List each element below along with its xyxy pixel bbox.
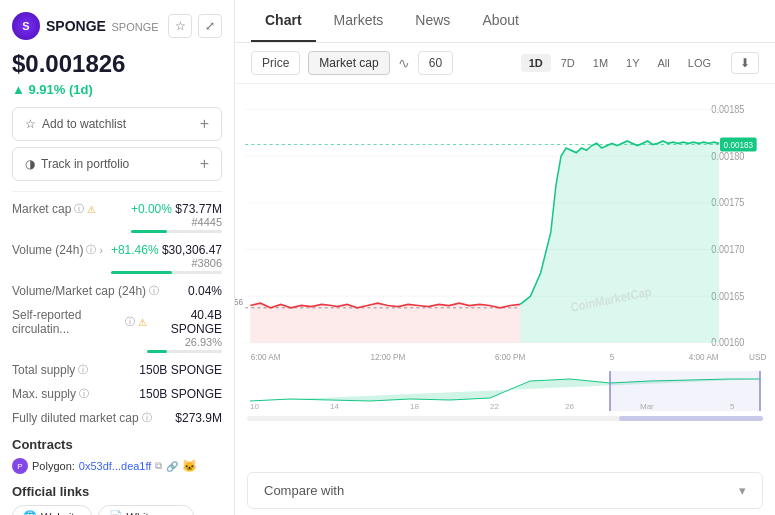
coin-symbol: SPONGE [112,21,159,33]
svg-text:0.001656: 0.001656 [235,297,243,308]
volume-info-icon[interactable]: ⓘ [86,243,96,257]
share-icon[interactable]: ⤢ [198,14,222,38]
vol-mkt-info-icon[interactable]: ⓘ [149,284,159,298]
contract-address[interactable]: 0x53df...dea1ff [79,460,152,472]
main-chart-svg: 0.00185 0.00180 0.00175 0.00170 0.00165 … [235,92,775,372]
time-all[interactable]: All [650,54,678,72]
price-change: ▲ 9.91% (1d) [12,82,222,97]
time-7d[interactable]: 7D [553,54,583,72]
chart-area: 0.00185 0.00180 0.00175 0.00170 0.00165 … [235,84,775,466]
tab-about[interactable]: About [468,0,533,42]
svg-text:22: 22 [490,402,499,411]
circ-info-icon[interactable]: ⓘ [125,315,135,329]
svg-text:0.00183: 0.00183 [724,139,754,150]
star-icon[interactable]: ☆ [168,14,192,38]
svg-text:10: 10 [250,402,259,411]
star-small-icon: ☆ [25,117,36,131]
circ-progress-fill [147,350,167,353]
circ-supply-row: Self-reported circulatin... ⓘ ⚠ 40.4B SP… [12,306,222,355]
chart-controls: Price Market cap ∿ 60 1D 7D 1M 1Y All LO… [235,43,775,84]
scroll-handle[interactable] [619,416,763,421]
svg-text:USD: USD [749,352,766,363]
total-supply-row: Total supply ⓘ 150B SPONGE [12,361,222,379]
time-1d[interactable]: 1D [521,54,551,72]
left-panel: S SPONGE SPONGE ☆ ⤢ $0.001826 ▲ 9.91% (1… [0,0,235,515]
plus-icon: + [200,115,209,133]
svg-text:18: 18 [410,402,419,411]
svg-text:12:00 PM: 12:00 PM [370,352,405,363]
total-supply-info-icon[interactable]: ⓘ [78,363,88,377]
tab-news[interactable]: News [401,0,464,42]
time-1m[interactable]: 1M [585,54,616,72]
contract-row: P Polygon: 0x53df...dea1ff ⧉ 🔗 🐱 [12,458,222,474]
coin-logo: S [12,12,40,40]
copy-icon[interactable]: ⧉ [155,460,162,472]
max-supply-row: Max. supply ⓘ 150B SPONGE [12,385,222,403]
market-cap-warn-icon: ⚠ [87,204,96,215]
coin-name: SPONGE [46,18,106,34]
volume-expand-icon[interactable]: › [99,245,102,256]
circ-progress [147,350,222,353]
contracts-title: Contracts [12,437,222,452]
mini-chart-svg: 10 14 18 22 26 Mar 5 [247,371,763,411]
svg-text:5: 5 [730,402,735,411]
track-portfolio-button[interactable]: ◑ Track in portfolio + [12,147,222,181]
action-buttons: ☆ Add to watchlist + ◑ Track in portfoli… [12,107,222,181]
portfolio-icon: ◑ [25,157,35,171]
whitepaper-link[interactable]: 📄 Whitepaper [98,505,194,515]
volume-progress [111,271,222,274]
market-cap-row: Market cap ⓘ ⚠ +0.00% $73.77M #4445 [12,200,222,235]
time-log[interactable]: LOG [680,54,719,72]
plus-icon-2: + [200,155,209,173]
svg-text:Mar: Mar [640,402,654,411]
download-btn[interactable]: ⬇ [731,52,759,74]
polygon-icon: P [12,458,28,474]
mini-chart-area: 10 14 18 22 26 Mar 5 [235,371,775,421]
volume-row: Volume (24h) ⓘ › +81.46% $30,306.47 #380… [12,241,222,276]
interval-btn[interactable]: 60 [418,51,453,75]
tab-chart[interactable]: Chart [251,0,316,42]
chevron-down-icon: ▾ [739,483,746,498]
link-buttons: 🌐 Website 📄 Whitepaper [12,505,222,515]
circ-warn-icon: ⚠ [138,317,147,328]
compare-with-bar[interactable]: Compare with ▾ [247,472,763,509]
right-panel: Chart Markets News About Price Market ca… [235,0,775,515]
svg-marker-16 [520,141,719,343]
volume-market-row: Volume/Market cap (24h) ⓘ 0.04% [12,282,222,300]
time-range-buttons: 1D 7D 1M 1Y All LOG [521,54,719,72]
svg-text:14: 14 [330,402,339,411]
svg-rect-26 [610,371,760,411]
tab-markets[interactable]: Markets [320,0,398,42]
time-1y[interactable]: 1Y [618,54,647,72]
price-btn[interactable]: Price [251,51,300,75]
line-icon: ∿ [398,55,410,71]
market-cap-progress-fill [131,230,167,233]
divider-1 [12,191,222,192]
market-cap-btn[interactable]: Market cap [308,51,389,75]
tab-bar: Chart Markets News About [235,0,775,43]
coin-price: $0.001826 [12,50,222,78]
diluted-info-icon[interactable]: ⓘ [142,411,152,425]
market-cap-progress [131,230,222,233]
volume-progress-fill [111,271,172,274]
add-watchlist-button[interactable]: ☆ Add to watchlist + [12,107,222,141]
diluted-market-row: Fully diluted market cap ⓘ $273.9M [12,409,222,427]
svg-text:5: 5 [610,352,615,363]
link-out-icon[interactable]: 🔗 [166,461,178,472]
svg-marker-15 [250,303,520,343]
doc-icon: 📄 [109,510,123,515]
svg-text:6:00 PM: 6:00 PM [495,352,525,363]
cat-emoji: 🐱 [182,459,197,473]
coin-header: S SPONGE SPONGE ☆ ⤢ [12,12,222,40]
max-supply-info-icon[interactable]: ⓘ [79,387,89,401]
official-links-title: Official links [12,484,222,499]
website-link[interactable]: 🌐 Website [12,505,92,515]
market-cap-info-icon[interactable]: ⓘ [74,202,84,216]
scroll-bar[interactable] [247,416,763,421]
svg-text:26: 26 [565,402,574,411]
globe-icon: 🌐 [23,510,37,515]
svg-text:6:00 AM: 6:00 AM [251,352,281,363]
svg-text:4:00 AM: 4:00 AM [689,352,719,363]
